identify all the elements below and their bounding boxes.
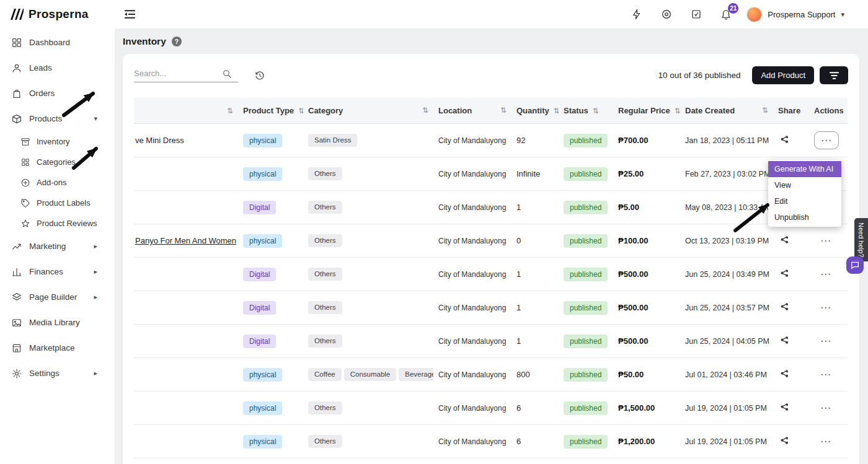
- sort-icon[interactable]: ⇅: [298, 107, 303, 115]
- sort-icon[interactable]: ⇅: [422, 106, 428, 115]
- price-cell: ₱5.00: [613, 191, 680, 224]
- product-type-badge: physical: [243, 435, 282, 449]
- row-actions-button[interactable]: ⋯: [814, 400, 838, 416]
- category-cell: Satin Dress: [303, 124, 433, 157]
- product-name[interactable]: Panyo For Men And Women: [135, 236, 236, 245]
- sidebar-item-inventory[interactable]: Inventory: [0, 131, 115, 152]
- status-badge: published: [564, 368, 608, 382]
- account-menu[interactable]: Prosperna Support ▾: [746, 7, 844, 22]
- status-badge: published: [564, 134, 608, 147]
- location-cell: City of Mandaluyong: [433, 224, 512, 258]
- sidebar-item-marketing[interactable]: Marketing ▸: [0, 234, 115, 259]
- location-cell: City of Mandaluyong: [433, 325, 512, 358]
- share-button[interactable]: [778, 268, 790, 280]
- sidebar-collapse-icon[interactable]: [123, 9, 136, 20]
- sort-icon[interactable]: ⇅: [500, 106, 507, 115]
- price-cell: ₱500.00: [613, 325, 680, 358]
- category-badge: Satin Dress: [308, 134, 357, 147]
- brand-logo[interactable]: Prosperna: [0, 7, 115, 22]
- sidebar-item-label: Product Labels: [37, 198, 91, 208]
- sort-icon[interactable]: ⇅: [227, 107, 233, 115]
- leads-icon: [11, 63, 22, 74]
- brand-name: Prosperna: [29, 7, 89, 21]
- product-name[interactable]: ve Mini Dress: [135, 136, 184, 145]
- sidebar-item-finances[interactable]: Finances ▸: [0, 259, 115, 284]
- chevron-right-icon: ▸: [94, 242, 97, 250]
- add-product-button[interactable]: Add Product: [752, 66, 814, 84]
- menu-item-edit[interactable]: Edit: [768, 193, 841, 209]
- tasks-icon[interactable]: [689, 7, 703, 21]
- row-actions-menu: Generate With AI View Edit Unpublish: [768, 160, 841, 227]
- sidebar-item-settings[interactable]: Settings ▸: [0, 361, 115, 386]
- price-cell: ₱500.00: [613, 258, 680, 291]
- share-button[interactable]: [778, 335, 790, 347]
- lightning-icon[interactable]: [630, 7, 644, 21]
- date-cell: Jul 19, 2024 | 01:05 PM: [680, 425, 773, 458]
- sort-icon[interactable]: ⇅: [762, 106, 768, 115]
- column-location: Location⇅: [433, 98, 512, 124]
- target-icon[interactable]: [660, 7, 673, 21]
- sidebar-item-media-library[interactable]: Media Library: [0, 310, 115, 335]
- add-ons-icon: [20, 178, 30, 188]
- notifications-bell-icon[interactable]: 21: [719, 7, 733, 21]
- share-button[interactable]: [778, 301, 790, 313]
- column-category: Category⇅: [303, 98, 433, 124]
- category-badge: Others: [308, 401, 342, 415]
- sidebar-item-product-labels[interactable]: Product Labels: [0, 193, 115, 213]
- sidebar-item-page-builder[interactable]: Page Builder ▸: [0, 284, 115, 310]
- prosperna-logo-icon: [9, 7, 24, 22]
- sidebar-item-marketplace[interactable]: Marketplace: [0, 335, 115, 361]
- finances-icon: [11, 266, 22, 278]
- sort-icon[interactable]: ⇅: [675, 107, 680, 115]
- sidebar-item-product-reviews[interactable]: Product Reviews: [0, 213, 115, 234]
- quantity-cell: 800: [512, 358, 559, 392]
- row-actions-button[interactable]: ⋯: [814, 366, 838, 383]
- sort-icon[interactable]: ⇅: [554, 107, 559, 115]
- sidebar-item-label: Products: [29, 114, 62, 123]
- sidebar-item-orders[interactable]: Orders: [0, 81, 115, 106]
- row-actions-button[interactable]: ⋯: [814, 299, 838, 316]
- filter-button[interactable]: [820, 66, 848, 84]
- search-icon[interactable]: [222, 69, 232, 79]
- help-icon[interactable]: ?: [172, 37, 182, 46]
- column-product-name: ⇅: [134, 98, 238, 124]
- price-cell: ₱1,200.00: [613, 425, 680, 458]
- row-actions-button[interactable]: ⋯: [814, 131, 839, 149]
- sidebar-item-dashboard[interactable]: Dashboard: [0, 30, 115, 55]
- menu-item-generate-with-ai[interactable]: Generate With AI: [768, 161, 841, 177]
- sidebar-item-leads[interactable]: Leads: [0, 55, 115, 81]
- price-cell: ₱100.00: [613, 224, 680, 258]
- share-button[interactable]: [778, 401, 790, 414]
- need-help-tab[interactable]: Need help?: [854, 218, 868, 261]
- avatar: [746, 7, 762, 22]
- row-actions-button[interactable]: ⋯: [814, 333, 838, 349]
- history-icon[interactable]: [254, 70, 265, 81]
- row-actions-button[interactable]: ⋯: [814, 232, 838, 249]
- share-button[interactable]: [778, 134, 790, 146]
- sidebar-item-label: Add-ons: [37, 178, 66, 187]
- chat-bubble-icon[interactable]: [846, 256, 864, 274]
- sidebar-item-add-ons[interactable]: Add-ons: [0, 172, 115, 193]
- product-type-badge: Digital: [243, 335, 276, 348]
- menu-item-unpublish[interactable]: Unpublish: [768, 209, 841, 225]
- sidebar-item-categories[interactable]: Categories: [0, 152, 115, 172]
- sort-icon[interactable]: ⇅: [593, 107, 599, 115]
- category-badge: Others: [308, 435, 342, 449]
- category-badge: Others: [308, 201, 342, 214]
- sidebar-item-products[interactable]: Products ▾: [0, 106, 115, 131]
- menu-item-view[interactable]: View: [768, 177, 841, 193]
- search-input[interactable]: [134, 69, 222, 78]
- date-cell: Feb 27, 2023 | 03:02 PM: [680, 157, 773, 191]
- share-button[interactable]: [778, 368, 790, 380]
- column-share: Share: [773, 98, 809, 124]
- share-button[interactable]: [778, 435, 790, 447]
- chevron-right-icon: ▸: [94, 268, 97, 276]
- column-status: Status⇅: [559, 98, 613, 124]
- share-button[interactable]: [778, 234, 790, 247]
- marketing-icon: [11, 241, 22, 252]
- row-actions-button[interactable]: ⋯: [814, 433, 838, 450]
- table-row: Digital Others City of Mandaluyong 1 pub…: [134, 191, 848, 224]
- table-row: Digital Others City of Mandaluyong 1 pub…: [134, 291, 848, 325]
- media-library-icon: [11, 317, 22, 328]
- row-actions-button[interactable]: ⋯: [814, 266, 838, 282]
